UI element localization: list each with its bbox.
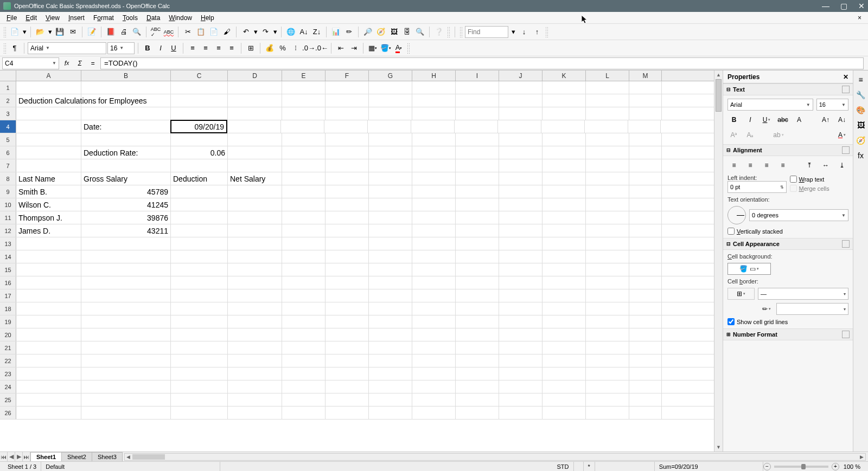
- cell-A14[interactable]: [16, 250, 81, 263]
- panel-fontcolor-button[interactable]: A▾: [835, 129, 848, 141]
- undo-dropdown[interactable]: ▾: [253, 26, 258, 38]
- border-color-button[interactable]: ✏▾: [760, 303, 773, 315]
- row-header-7[interactable]: 7: [0, 159, 16, 172]
- panel-font-name[interactable]: Arial▼: [727, 99, 813, 111]
- cell-L9[interactable]: [586, 185, 629, 198]
- cell-F18[interactable]: [326, 302, 369, 315]
- row-header-14[interactable]: 14: [0, 250, 16, 263]
- cut-button[interactable]: ✂: [182, 26, 194, 38]
- cell-B11[interactable]: 39876: [81, 211, 171, 224]
- cell-G10[interactable]: [369, 198, 412, 211]
- cell-L24[interactable]: [586, 380, 629, 393]
- cell-M2[interactable]: [629, 94, 662, 107]
- cell-I4[interactable]: [455, 120, 498, 133]
- cell-L7[interactable]: [586, 159, 629, 172]
- cell-D20[interactable]: [228, 328, 282, 341]
- panel-underline-button[interactable]: U▾: [760, 114, 773, 126]
- cell-A3[interactable]: [16, 107, 81, 120]
- cell-L18[interactable]: [586, 302, 629, 315]
- menu-view[interactable]: View: [41, 13, 64, 23]
- cell-D4[interactable]: [227, 120, 281, 133]
- cell-D19[interactable]: [228, 315, 282, 328]
- cell-K6[interactable]: [542, 146, 586, 159]
- cell-F26[interactable]: [326, 407, 369, 419]
- cell-M5[interactable]: [629, 133, 662, 146]
- cell-E10[interactable]: [282, 198, 326, 211]
- cell-K21[interactable]: [542, 341, 586, 354]
- cell-A25[interactable]: [16, 393, 81, 406]
- cell-G24[interactable]: [369, 380, 412, 393]
- cell-L5[interactable]: [586, 133, 629, 146]
- cell-D25[interactable]: [228, 393, 282, 406]
- col-header-A[interactable]: A: [16, 70, 81, 81]
- cell-H10[interactable]: [412, 198, 456, 211]
- cell-J2[interactable]: [499, 94, 542, 107]
- cell-B18[interactable]: [81, 302, 171, 315]
- cell-A12[interactable]: James D.: [16, 224, 81, 237]
- cell-M8[interactable]: [629, 172, 662, 185]
- cell-C25[interactable]: [171, 393, 228, 406]
- row-header-26[interactable]: 26: [0, 407, 16, 419]
- cell-C4[interactable]: 09/20/19: [170, 120, 227, 133]
- cell-E9[interactable]: [282, 185, 326, 198]
- cell-F21[interactable]: [326, 341, 369, 354]
- cell-L13[interactable]: [586, 237, 629, 250]
- cell-I14[interactable]: [456, 250, 499, 263]
- cell-J5[interactable]: [499, 133, 542, 146]
- cell-G19[interactable]: [369, 315, 412, 328]
- cell-G8[interactable]: [369, 172, 412, 185]
- gallery-tab-icon[interactable]: 🖼: [855, 119, 867, 131]
- cell-M24[interactable]: [629, 380, 662, 393]
- cell-D7[interactable]: [228, 159, 282, 172]
- row-header-18[interactable]: 18: [0, 302, 16, 315]
- cell-K26[interactable]: [542, 407, 586, 419]
- cell-E13[interactable]: [282, 237, 326, 250]
- cell-I21[interactable]: [456, 341, 499, 354]
- cell-D2[interactable]: [228, 94, 282, 107]
- cell-E4[interactable]: [281, 120, 324, 133]
- sheet-tab-sheet2[interactable]: Sheet2: [61, 452, 92, 461]
- cell-M26[interactable]: [629, 407, 662, 419]
- panel-font-size[interactable]: 16▼: [816, 99, 848, 111]
- menu-help[interactable]: Help: [196, 13, 219, 23]
- cell-G16[interactable]: [369, 276, 412, 289]
- status-selection-mode[interactable]: [574, 462, 584, 471]
- cell-H24[interactable]: [412, 380, 456, 393]
- cell-L21[interactable]: [586, 341, 629, 354]
- new-button[interactable]: 📄: [9, 26, 21, 38]
- find-input[interactable]: [465, 26, 508, 38]
- panel-italic-button[interactable]: I: [744, 114, 757, 126]
- cell-J23[interactable]: [499, 367, 542, 380]
- cell-F2[interactable]: [326, 94, 369, 107]
- panel-align-left[interactable]: ≡: [727, 159, 741, 171]
- cell-C21[interactable]: [171, 341, 228, 354]
- cell-F4[interactable]: [324, 120, 368, 133]
- cell-M13[interactable]: [629, 237, 662, 250]
- tab-nav-first[interactable]: ⏮: [0, 452, 8, 461]
- cell-H4[interactable]: [411, 120, 455, 133]
- cell-M25[interactable]: [629, 393, 662, 406]
- currency-button[interactable]: 💰: [264, 42, 276, 54]
- cell-C26[interactable]: [171, 407, 228, 419]
- cell-J1[interactable]: [499, 81, 542, 94]
- open-dropdown[interactable]: ▾: [47, 26, 53, 38]
- panel-align-center[interactable]: ≡: [744, 159, 757, 171]
- sidebar-settings-icon[interactable]: ≡: [855, 74, 867, 86]
- zoom-slider[interactable]: [774, 466, 828, 468]
- format-paintbrush-button[interactable]: 🖌: [221, 26, 233, 38]
- cell-J22[interactable]: [499, 354, 542, 367]
- cell-D12[interactable]: [228, 224, 282, 237]
- navigator-button[interactable]: 🧭: [375, 26, 387, 38]
- merge-cells-button[interactable]: ⊞: [245, 42, 257, 54]
- zoom-value[interactable]: 100 %: [839, 462, 865, 471]
- cell-H13[interactable]: [412, 237, 456, 250]
- cell-G4[interactable]: [368, 120, 411, 133]
- cell-B14[interactable]: [81, 250, 171, 263]
- status-style[interactable]: Default: [41, 462, 220, 471]
- cell-D17[interactable]: [228, 289, 282, 302]
- cell-C7[interactable]: [171, 159, 228, 172]
- cell-F14[interactable]: [326, 250, 369, 263]
- cell-L20[interactable]: [586, 328, 629, 341]
- cell-C3[interactable]: [171, 107, 228, 120]
- cell-E23[interactable]: [282, 367, 326, 380]
